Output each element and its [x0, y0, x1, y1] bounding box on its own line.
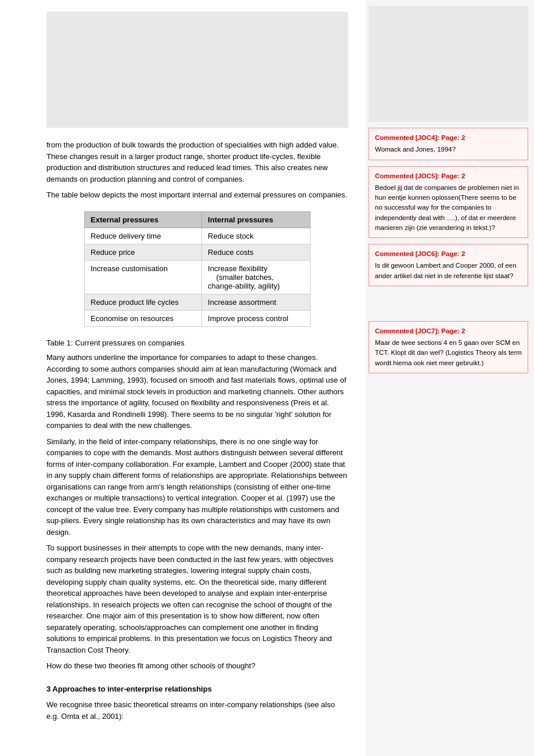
table-row: Economise on resources Improve process c… — [85, 310, 311, 326]
table-cell-internal: Increase flexibility (smaller batches,ch… — [202, 260, 311, 294]
table-row: Increase customisation Increase flexibil… — [85, 260, 311, 294]
table-row: Reduce delivery time Reduce stock — [85, 228, 311, 244]
body-paragraph-4: How do these two theories fit among othe… — [46, 660, 348, 672]
comment-joc7: Commented [JOC7]: Page: 2 Maar de twee s… — [369, 321, 528, 373]
top-gray-area — [46, 12, 348, 128]
body-paragraph-3: To support businesses in their attempts … — [46, 542, 348, 656]
table-cell-external: Reduce delivery time — [85, 228, 202, 244]
table-cell-external: Economise on resources — [85, 310, 202, 326]
table-cell-internal: Reduce costs — [202, 244, 311, 260]
comment-joc6-text: Is dit gewoon Lambert and Cooper 2000, o… — [375, 261, 522, 281]
main-content: from the production of bulk towards the … — [0, 0, 366, 756]
intro-paragraph-2: The table below depicts the most importa… — [46, 189, 348, 201]
table-row: Reduce product life cycles Increase asso… — [85, 294, 311, 310]
table-cell-internal: Improve process control — [202, 310, 311, 326]
section3-heading: 3 Approaches to inter-enterprise relatio… — [46, 683, 348, 695]
comment-joc5: Commented [JOC5]: Page: 2 Bedoel jij dat… — [369, 166, 528, 239]
table-header-internal: Internal pressures — [202, 211, 311, 228]
comment-joc5-text: Bedoel jij dat de companies de problemen… — [375, 183, 522, 233]
table-cell-internal: Increase assortment — [202, 294, 311, 310]
comment-section-mid: Commented [JOC4]: Page: 2 Womack and Jon… — [369, 128, 528, 286]
body-paragraph-1: Many authors underline the importance fo… — [46, 352, 348, 431]
comment-joc5-title: Commented [JOC5]: Page: 2 — [375, 171, 522, 181]
table-cell-external: Increase customisation — [85, 260, 202, 294]
comment-joc7-title: Commented [JOC7]: Page: 2 — [375, 326, 522, 336]
comment-joc4-title: Commented [JOC4]: Page: 2 — [375, 133, 522, 143]
table-row: Reduce price Reduce costs — [85, 244, 311, 260]
sidebar-top-gray — [369, 6, 528, 122]
comment-section-bottom: Commented [JOC7]: Page: 2 Maar de twee s… — [369, 321, 528, 373]
table-cell-external: Reduce price — [85, 244, 202, 260]
comment-joc4: Commented [JOC4]: Page: 2 Womack and Jon… — [369, 128, 528, 160]
table-cell-external: Reduce product life cycles — [85, 294, 202, 310]
table-caption: Table 1: Current pressures on companies — [46, 337, 348, 349]
comment-joc7-text: Maar de twee sections 4 en 5 gaan over S… — [375, 338, 522, 368]
pressures-table: External pressures Internal pressures Re… — [84, 211, 311, 327]
intro-paragraph-1: from the production of bulk towards the … — [46, 139, 348, 185]
comment-joc4-text: Womack and Jones, 1994? — [375, 145, 522, 154]
page-container: from the production of bulk towards the … — [0, 0, 534, 756]
table-header-external: External pressures — [85, 211, 202, 228]
comment-joc6: Commented [JOC6]: Page: 2 Is dit gewoon … — [369, 244, 528, 286]
body-paragraph-2: Similarly, in the field of inter-company… — [46, 436, 348, 538]
comment-joc6-title: Commented [JOC6]: Page: 2 — [375, 249, 522, 259]
table-cell-internal: Reduce stock — [202, 228, 311, 244]
sidebar: Commented [JOC4]: Page: 2 Womack and Jon… — [366, 0, 534, 756]
section3-paragraph: We recognise three basic theoretical str… — [46, 699, 348, 722]
